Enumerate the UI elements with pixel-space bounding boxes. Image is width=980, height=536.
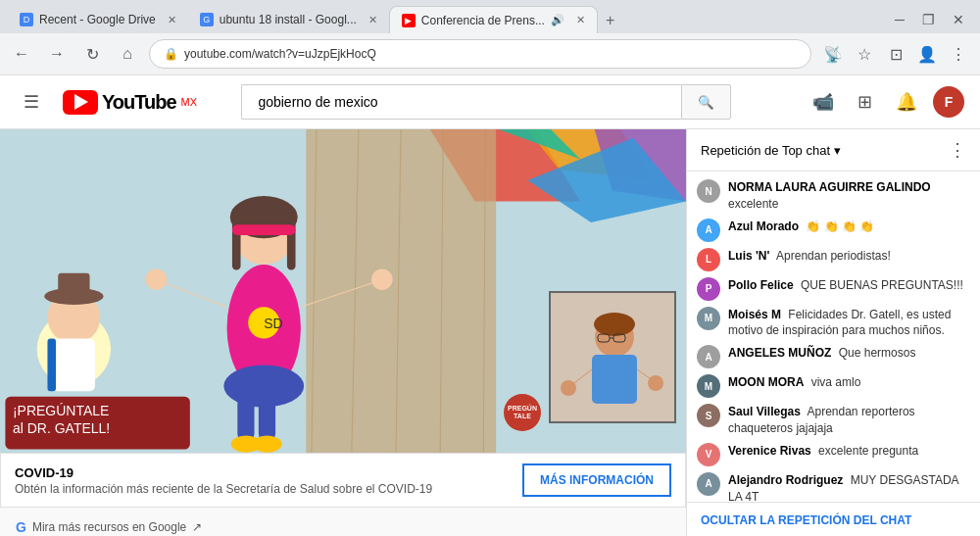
chat-text: excelente [728,197,778,211]
covid-banner: COVID-19 Obtén la información más recien… [0,453,686,508]
tab-3-close[interactable]: ✕ [576,14,585,26]
tab-bar: D Recent - Google Drive ✕ G ubuntu 18 in… [0,0,980,33]
chat-message: P Pollo Felice QUE BUENAS PREGUNTAS!!! [697,277,970,301]
svg-point-42 [594,313,635,336]
tab-3[interactable]: ▶ Conferencia de Prens... 🔊 ✕ [389,6,598,33]
google-promo-text: Mira más recursos en Google [32,520,186,534]
chat-messages-list: N NORMA LAURA AGUIRRE GALINDO excelente … [687,171,980,502]
chat-message: N NORMA LAURA AGUIRRE GALINDO excelente [697,179,970,213]
chat-message-content: NORMA LAURA AGUIRRE GALINDO excelente [728,179,970,213]
tab-1-close[interactable]: ✕ [168,14,176,26]
home-button[interactable]: ⌂ [114,40,141,68]
youtube-logo-text: YouTube [102,91,176,114]
svg-point-21 [146,268,168,290]
chat-message: L Luis 'N' Aprendan periodistas! [697,248,970,271]
restore-button[interactable]: ❐ [914,6,943,33]
chat-title-chevron-icon: ▾ [834,143,841,158]
covid-title: COVID-19 [15,465,432,480]
forward-button[interactable]: → [43,40,71,68]
svg-point-49 [561,380,576,396]
chat-message: A Alejandro Rodriguez MUY DESGASTADA LA … [697,472,970,502]
browser-chrome: D Recent - Google Drive ✕ G ubuntu 18 in… [0,0,980,75]
header-right-controls: 📹 ⊞ 🔔 F [805,83,964,121]
chat-message: V Verenice Rivas excelente pregunta [697,443,970,466]
new-tab-button[interactable]: + [598,8,622,33]
tab-2-label: ubuntu 18 install - Googl... [220,13,357,26]
close-window-button[interactable]: ✕ [945,6,972,33]
chat-username: Moisés M [728,308,781,321]
chat-message-content: Luis 'N' Aprendan periodistas! [728,248,970,265]
chat-message: A Azul Morado 👏 👏 👏 👏 [697,219,970,242]
svg-rect-24 [237,389,254,442]
youtube-play-triangle [74,94,88,110]
menu-dots-icon[interactable]: ⋮ [945,40,972,68]
covid-more-info-button[interactable]: MÁS INFORMACIÓN [522,463,671,497]
chat-section: Repetición de Top chat ▾ ⋮ N NORMA LAURA… [686,129,980,536]
profile-icon[interactable]: 👤 [913,40,941,68]
hide-chat-button[interactable]: OCULTAR LA REPETICIÓN DEL CHAT [701,513,911,527]
chat-avatar: A [697,345,720,368]
chat-username: MOON MORA [728,375,804,389]
bookmark-star-icon[interactable]: ☆ [851,40,878,68]
minimize-button[interactable]: ─ [887,6,912,33]
svg-text:al DR. GATELL!: al DR. GATELL! [13,420,110,436]
apps-grid-button[interactable]: ⊞ [850,83,880,121]
chat-message: A ANGELES MUÑOZ Que hermosos [697,345,970,368]
user-avatar[interactable]: F [933,86,964,118]
chat-message-content: MOON MORA viva amlo [728,374,970,391]
chat-username: Alejandro Rodriguez [728,473,843,487]
search-button[interactable]: 🔍 [681,84,731,120]
chat-avatar: S [697,404,720,427]
chat-message: S Saul Villegas Aprendan reporteros chaq… [697,404,970,437]
chat-message-content: Azul Morado 👏 👏 👏 👏 [728,219,970,235]
svg-text:SD: SD [264,316,282,331]
chat-username: ANGELES MUÑOZ [728,346,831,360]
tab-2-close[interactable]: ✕ [368,14,377,26]
tab-1[interactable]: D Recent - Google Drive ✕ [8,6,188,33]
covid-banner-container: COVID-19 Obtén la información más recien… [0,453,686,536]
youtube-header: ☰ YouTubeMX 🔍 📹 ⊞ 🔔 F [0,75,980,129]
video-section: SD ¡PREGÚNTALE al DR. GATELL! [0,129,686,536]
svg-rect-25 [259,389,275,442]
chat-avatar: A [697,219,720,242]
svg-rect-33 [47,338,56,391]
covid-text: COVID-19 Obtén la información más recien… [15,465,432,496]
create-video-button[interactable]: 📹 [805,83,842,121]
chat-username: Azul Morado [728,219,799,233]
tab-2-favicon: G [200,13,214,26]
hamburger-menu-button[interactable]: ☰ [16,83,47,121]
search-container: 🔍 [241,84,731,120]
video-player[interactable]: SD ¡PREGÚNTALE al DR. GATELL! [0,129,686,453]
address-bar-row: ← → ↻ ⌂ 🔒 youtube.com/watch?v=uJzpEjkHoc… [0,33,980,74]
reload-button[interactable]: ↻ [78,40,106,68]
main-content: SD ¡PREGÚNTALE al DR. GATELL! [0,129,980,536]
notifications-button[interactable]: 🔔 [888,83,925,121]
chat-avatar: P [697,277,720,301]
youtube-logo-icon [63,90,98,115]
chat-more-options-button[interactable]: ⋮ [949,139,966,161]
tab-2[interactable]: G ubuntu 18 install - Googl... ✕ [188,6,389,33]
program-logo-badge: PREGÚNTALE [504,394,541,431]
chat-avatar: M [697,307,720,330]
extensions-icon[interactable]: ⊡ [882,40,909,68]
chat-avatar: A [697,472,720,496]
google-g-logo: G [16,519,26,535]
address-field[interactable]: 🔒 youtube.com/watch?v=uJzpEjkHocQ [149,39,811,69]
chat-message-content: Saul Villegas Aprendan reporteros chaque… [728,404,970,437]
chat-username: Verenice Rivas [728,444,811,458]
back-button[interactable]: ← [8,40,35,68]
svg-rect-35 [58,273,89,300]
search-icon: 🔍 [698,95,714,110]
chat-message-content: Pollo Felice QUE BUENAS PREGUNTAS!!! [728,277,970,294]
youtube-logo[interactable]: YouTubeMX [63,90,197,115]
chat-text: QUE BUENAS PREGUNTAS!!! [801,278,963,292]
svg-point-27 [252,436,281,453]
chat-username: Luis 'N' [728,249,769,263]
covid-description: Obtén la información más reciente de la … [15,482,432,496]
chat-message: M MOON MORA viva amlo [697,374,970,398]
tab-3-audio-icon: 🔊 [551,14,564,26]
svg-rect-46 [592,355,637,404]
search-input[interactable] [241,84,681,120]
cast-icon[interactable]: 📡 [819,40,847,68]
google-promo[interactable]: G Mira más recursos en Google ↗ [0,515,686,536]
